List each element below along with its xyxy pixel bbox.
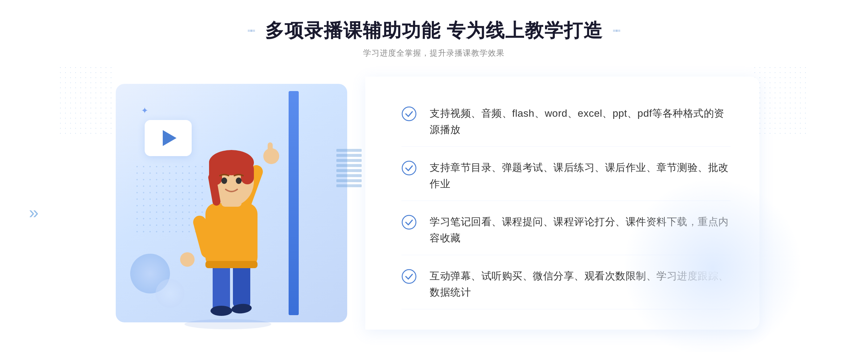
- deco-lines: [336, 149, 362, 199]
- svg-rect-5: [205, 203, 258, 268]
- feature-item-2: 支持章节目录、弹题考试、课后练习、课后作业、章节测验、批改作业: [401, 151, 731, 201]
- page-title: 多项录播课辅助功能 专为线上教学打造: [265, 18, 603, 43]
- svg-point-21: [402, 161, 416, 175]
- content-area: ✦: [109, 77, 760, 330]
- svg-rect-9: [268, 142, 273, 158]
- svg-point-20: [402, 107, 416, 121]
- feature-item-3: 学习笔记回看、课程提问、课程评论打分、课件资料下载，重点内容收藏: [401, 205, 731, 256]
- chevron-left-icon: »: [29, 202, 39, 222]
- check-icon-1: [401, 106, 417, 121]
- features-panel: 支持视频、音频、flash、word、excel、ppt、pdf等各种格式的资源…: [365, 77, 760, 330]
- page-container: » 多项录播课辅助功能 专为线上教学打造 学习进度全掌握，提升录播课教学效果: [0, 0, 868, 352]
- svg-point-19: [236, 177, 242, 184]
- svg-point-23: [402, 270, 416, 283]
- play-bubble: [145, 120, 192, 156]
- svg-rect-16: [241, 163, 254, 184]
- feature-text-4: 互动弹幕、试听购买、微信分享、观看次数限制、学习进度跟踪、数据统计: [430, 268, 731, 301]
- svg-point-0: [184, 319, 271, 329]
- feature-item-4: 互动弹幕、试听购买、微信分享、观看次数限制、学习进度跟踪、数据统计: [401, 259, 731, 310]
- svg-rect-6: [205, 261, 258, 268]
- bg-dots-right: [752, 65, 810, 137]
- feature-item-1: 支持视频、音频、flash、word、excel、ppt、pdf等各种格式的资源…: [401, 97, 731, 147]
- section-header: 多项录播课辅助功能 专为线上教学打造 学习进度全掌握，提升录播课教学效果: [246, 18, 622, 59]
- check-icon-4: [401, 269, 417, 284]
- header-deco-right: [612, 30, 622, 32]
- bg-dots-left: [58, 65, 116, 137]
- feature-text-2: 支持章节目录、弹题考试、课后练习、课后作业、章节测验、批改作业: [430, 160, 731, 192]
- play-triangle-icon: [163, 130, 176, 146]
- page-subtitle: 学习进度全掌握，提升录播课教学效果: [246, 48, 622, 59]
- sparkle-icon: ✦: [141, 106, 148, 116]
- check-icon-2: [401, 160, 417, 176]
- svg-rect-1: [213, 261, 230, 312]
- svg-point-3: [210, 306, 232, 316]
- feature-text-1: 支持视频、音频、flash、word、excel、ppt、pdf等各种格式的资源…: [430, 106, 731, 138]
- illustration-wrapper: ✦: [109, 77, 369, 330]
- svg-point-22: [402, 215, 416, 229]
- svg-point-11: [180, 252, 195, 267]
- feature-text-3: 学习笔记回看、课程提问、课程评论打分、课件资料下载，重点内容收藏: [430, 214, 731, 246]
- check-icon-3: [401, 215, 417, 230]
- svg-point-18: [221, 177, 227, 184]
- header-deco-left: [246, 30, 256, 32]
